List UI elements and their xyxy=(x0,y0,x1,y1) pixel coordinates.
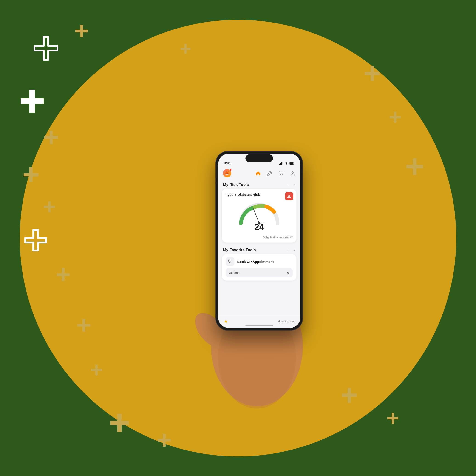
warning-icon: ! xyxy=(287,194,291,198)
deco-plus-5 xyxy=(22,165,40,185)
fav-item-icon xyxy=(226,257,234,266)
risk-card: Type 2 Diabetes Risk ! xyxy=(222,189,296,243)
fav-tools-nav: ← → xyxy=(286,248,295,252)
nav-cart-icon[interactable] xyxy=(278,170,284,176)
deco-plus-4 xyxy=(42,129,60,147)
deco-plus-3 xyxy=(18,87,46,116)
deco-plus-11 xyxy=(388,110,402,125)
gauge-container: 24 xyxy=(226,199,293,233)
app-content: 🦊 xyxy=(218,166,300,328)
svg-line-21 xyxy=(253,209,259,223)
nav-home-icon[interactable] xyxy=(255,170,261,176)
stethoscope-icon xyxy=(227,259,233,264)
fav-nav-next[interactable]: → xyxy=(292,248,295,252)
top-nav: 🦊 xyxy=(218,166,300,180)
risk-tools-nav: ← → xyxy=(286,182,295,187)
status-time: 9:41 xyxy=(224,161,231,165)
svg-point-12 xyxy=(286,164,287,165)
deco-plus-17 xyxy=(340,386,358,405)
svg-point-23 xyxy=(229,262,230,263)
risk-tools-section-header: My Risk Tools ← → xyxy=(218,180,300,189)
wifi-icon xyxy=(284,162,288,165)
svg-point-22 xyxy=(228,260,230,262)
deco-plus-16 xyxy=(156,432,172,449)
deco-plus-10 xyxy=(363,64,381,84)
actions-button[interactable]: Actions ∨ xyxy=(226,268,293,277)
nav-user-icon[interactable] xyxy=(289,170,295,176)
nav-tools-icon[interactable] xyxy=(267,170,272,176)
svg-point-16 xyxy=(280,174,281,175)
fav-item-title: Book GP Appointment xyxy=(237,260,274,264)
signal-icon xyxy=(279,162,283,165)
deco-plus-8 xyxy=(55,267,71,284)
risk-tools-title: My Risk Tools xyxy=(223,182,286,187)
risk-nav-next[interactable]: → xyxy=(292,182,295,187)
how-it-works-link[interactable]: How it works xyxy=(278,319,295,323)
warning-badge: ! xyxy=(285,192,293,200)
deco-plus-18 xyxy=(386,411,400,426)
fav-card: Book GP Appointment Actions ∨ xyxy=(222,254,296,281)
phone-frame: 9:41 xyxy=(216,151,303,330)
chevron-down-icon: ∨ xyxy=(287,270,289,275)
svg-point-17 xyxy=(282,174,283,175)
deco-plus-6 xyxy=(42,200,56,215)
nav-icons xyxy=(255,170,295,176)
svg-rect-11 xyxy=(282,162,283,165)
gauge-value: 24 xyxy=(255,222,264,232)
svg-rect-10 xyxy=(281,162,282,165)
risk-nav-prev[interactable]: ← xyxy=(286,182,289,187)
avatar[interactable]: 🦊 xyxy=(223,169,231,177)
deco-plus-7 xyxy=(23,228,48,254)
svg-line-25 xyxy=(228,260,229,260)
dynamic-island xyxy=(245,154,273,162)
battery-icon xyxy=(289,162,294,165)
deco-plus-2 xyxy=(73,23,90,40)
actions-label: Actions xyxy=(229,271,239,275)
why-important-link[interactable]: Why is this important? xyxy=(226,235,293,239)
phone-wrapper: 9:41 xyxy=(211,151,307,349)
svg-point-18 xyxy=(291,172,293,173)
fav-nav-prev[interactable]: ← xyxy=(286,248,289,252)
status-icons xyxy=(279,162,294,165)
svg-rect-9 xyxy=(280,163,281,165)
deco-plus-14 xyxy=(90,363,103,378)
notification-dot xyxy=(229,168,232,171)
risk-card-title: Type 2 Diabetes Risk xyxy=(226,192,293,196)
fav-item-gp[interactable]: Book GP Appointment xyxy=(226,257,293,266)
svg-text:!: ! xyxy=(289,195,289,198)
deco-plus-12 xyxy=(404,156,425,178)
deco-plus-9 xyxy=(179,42,192,56)
svg-point-15 xyxy=(268,175,268,175)
svg-rect-14 xyxy=(290,162,293,164)
home-indicator xyxy=(245,325,273,326)
svg-rect-8 xyxy=(279,164,280,165)
deco-plus-1 xyxy=(32,35,60,63)
deco-plus-13 xyxy=(76,317,92,334)
scene: 9:41 xyxy=(0,0,476,476)
fav-tools-section-header: My Favorite Tools ← → xyxy=(218,245,300,254)
fav-tools-title: My Favorite Tools xyxy=(223,247,286,252)
phone-screen: 9:41 xyxy=(218,154,300,328)
star-icon: ★ xyxy=(224,318,228,324)
deco-plus-15 xyxy=(108,411,131,435)
